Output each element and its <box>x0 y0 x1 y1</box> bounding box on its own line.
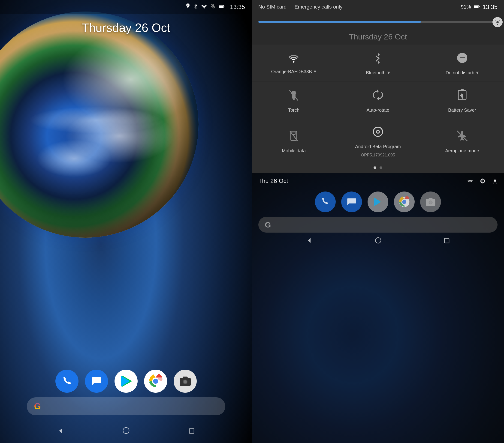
page-dot-2[interactable] <box>379 166 382 169</box>
right-nav-bar <box>252 235 504 249</box>
page-dot-1[interactable] <box>374 166 376 169</box>
brightness-fill <box>258 21 421 23</box>
tiles-row-3: Mobile data Android Beta Program OPP5.17… <box>252 119 504 163</box>
brightness-slider[interactable] <box>258 21 498 23</box>
mute-icon <box>211 4 216 10</box>
svg-rect-15 <box>474 6 478 8</box>
bottom-app-messages[interactable] <box>341 191 362 212</box>
app-icon-chrome[interactable] <box>144 370 167 393</box>
svg-rect-38 <box>444 238 449 243</box>
page-dots <box>252 163 504 173</box>
mobile-data-tile-icon <box>289 130 299 144</box>
bt-label-area: Bluetooth ▾ <box>366 70 390 76</box>
bt-dropdown-arrow[interactable]: ▾ <box>387 70 390 76</box>
dnd-tile-icon <box>456 52 468 67</box>
right-back-button[interactable] <box>306 238 312 245</box>
bottom-action-icons: ✏ ⚙ ∧ <box>468 177 498 185</box>
torch-label: Torch <box>288 107 299 113</box>
left-time: 13:35 <box>230 3 245 11</box>
tiles-row-2: Torch Auto-rotate <box>252 82 504 119</box>
right-time: 13:35 <box>483 3 498 11</box>
sim-status-text: No SIM card — Emergency calls only <box>258 4 342 10</box>
right-date-overlay: Thursday 26 Oct <box>252 30 504 45</box>
mobile-data-label: Mobile data <box>282 148 306 154</box>
edit-button[interactable]: ✏ <box>468 177 473 185</box>
tile-mobile-data[interactable]: Mobile data <box>252 119 336 163</box>
tile-torch[interactable]: Torch <box>252 82 336 119</box>
bottom-search-bar[interactable]: G <box>258 217 498 233</box>
svg-rect-16 <box>479 6 480 7</box>
dnd-label: Do not disturb <box>446 70 474 76</box>
bottom-area: Thu 26 Oct ✏ ⚙ ∧ <box>252 173 504 443</box>
bt-tile-icon <box>374 52 382 67</box>
right-panel: No SIM card — Emergency calls only 91% 1… <box>252 0 504 443</box>
svg-point-17 <box>496 21 499 23</box>
bottom-dock <box>252 189 504 215</box>
app-icon-phone[interactable] <box>55 370 78 393</box>
svg-point-35 <box>429 201 432 204</box>
right-status-bar: No SIM card — Emergency calls only 91% 1… <box>252 0 504 14</box>
location-icon <box>186 3 190 10</box>
wifi-tile-icon <box>288 53 300 65</box>
app-icon-camera[interactable] <box>174 370 197 393</box>
svg-point-12 <box>123 427 129 434</box>
tile-bluetooth[interactable]: Bluetooth ▾ <box>336 45 420 82</box>
battery-icon <box>474 4 480 10</box>
bottom-app-chrome[interactable] <box>394 191 415 212</box>
battery-saver-label: Battery Saver <box>448 107 476 113</box>
tile-abp[interactable]: Android Beta Program OPP5.170921.005 <box>336 119 420 163</box>
brightness-row <box>252 14 504 30</box>
battery-saver-tile-icon <box>458 89 467 104</box>
svg-marker-36 <box>308 238 310 243</box>
tile-battery-saver[interactable]: Battery Saver <box>420 82 504 119</box>
battery-percent: 91% <box>461 4 471 10</box>
status-icons: 13:35 <box>186 3 245 11</box>
svg-point-37 <box>375 238 381 243</box>
app-icon-play[interactable] <box>114 370 138 393</box>
dnd-dropdown-arrow[interactable]: ▾ <box>476 70 479 76</box>
tile-dnd[interactable]: Do not disturb ▾ <box>420 45 504 82</box>
left-date: Thursday 26 Oct <box>0 21 252 34</box>
right-status-icons: 91% 13:35 <box>461 3 498 11</box>
left-dock: G <box>0 370 252 415</box>
left-nav-bar <box>0 420 252 443</box>
bottom-app-play[interactable] <box>368 191 388 212</box>
settings-button[interactable]: ⚙ <box>480 177 486 185</box>
notification-shade: No SIM card — Emergency calls only 91% 1… <box>252 0 504 173</box>
left-search-bar[interactable]: G <box>27 397 225 415</box>
svg-point-8 <box>154 379 158 383</box>
recents-button[interactable] <box>189 427 195 436</box>
bottom-app-camera[interactable] <box>420 191 441 212</box>
home-button[interactable] <box>123 427 129 436</box>
bluetooth-status-icon <box>194 3 198 11</box>
tile-airplane[interactable]: Aeroplane mode <box>420 119 504 163</box>
tile-autorotate[interactable]: Auto-rotate <box>336 82 420 119</box>
svg-point-33 <box>403 201 406 204</box>
collapse-button[interactable]: ∧ <box>492 177 498 185</box>
bottom-header: Thu 26 Oct ✏ ⚙ ∧ <box>252 173 504 189</box>
torch-tile-icon <box>288 89 299 104</box>
svg-point-18 <box>293 61 295 63</box>
app-icon-messages[interactable] <box>85 370 108 393</box>
airplane-tile-icon <box>456 130 468 144</box>
left-status-bar: 13:35 <box>0 0 252 14</box>
svg-rect-2 <box>219 6 223 8</box>
bottom-date: Thu 26 Oct <box>258 177 463 185</box>
battery-status-icon <box>219 4 224 10</box>
bottom-app-phone[interactable] <box>315 191 336 212</box>
wifi-label: Orange-BAEDB38B <box>271 68 312 74</box>
abp-sublabel: OPP5.170921.005 <box>361 153 395 158</box>
svg-rect-3 <box>224 6 224 7</box>
right-home-button[interactable] <box>375 237 381 245</box>
tile-wifi[interactable]: Orange-BAEDB38B ▾ <box>252 45 336 82</box>
svg-point-29 <box>377 131 379 133</box>
tiles-row-1: Orange-BAEDB38B ▾ Bluetooth ▾ <box>252 45 504 82</box>
left-panel: 13:35 Thursday 26 Oct <box>0 0 252 443</box>
brightness-thumb <box>492 17 503 27</box>
dnd-label-area: Do not disturb ▾ <box>446 70 479 76</box>
svg-rect-13 <box>189 429 194 433</box>
wifi-dropdown-arrow[interactable]: ▾ <box>314 68 316 74</box>
google-logo: G <box>34 401 41 411</box>
right-recents-button[interactable] <box>444 238 450 245</box>
back-button[interactable] <box>57 427 64 436</box>
